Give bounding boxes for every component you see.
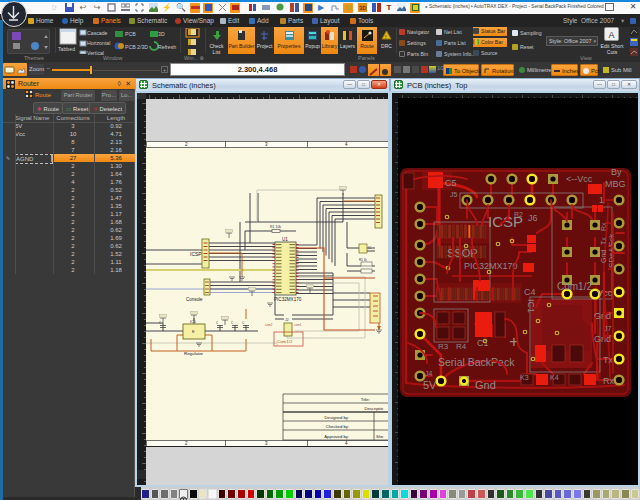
svg-text:Gnd: Gnd bbox=[594, 311, 611, 321]
svg-text:C5: C5 bbox=[445, 178, 457, 188]
svg-text:Checked by:: Checked by: bbox=[326, 424, 349, 429]
svg-text:Rx: Rx bbox=[600, 222, 607, 231]
svg-text:Console: Console bbox=[186, 297, 203, 302]
svg-text:PIC32MX170: PIC32MX170 bbox=[464, 261, 518, 271]
svg-text:Title:: Title: bbox=[361, 397, 370, 402]
svg-text:Com1/2: Com1/2 bbox=[557, 281, 592, 292]
svg-text:R3: R3 bbox=[438, 342, 449, 351]
svg-text:C1: C1 bbox=[477, 338, 489, 348]
svg-text:com2: com2 bbox=[265, 323, 273, 327]
svg-text:IC5: IC5 bbox=[190, 320, 196, 324]
svg-text:SDa&Sck: SDa&Sck bbox=[607, 233, 616, 268]
svg-text:PIC32MX170: PIC32MX170 bbox=[274, 297, 302, 302]
svg-text:By: By bbox=[611, 167, 622, 177]
svg-text:Regulator: Regulator bbox=[184, 351, 204, 356]
svg-text:Approved by:: Approved by: bbox=[324, 434, 349, 439]
svg-text:R5 1k: R5 1k bbox=[359, 258, 367, 262]
svg-text:Descriptio: Descriptio bbox=[364, 406, 383, 411]
svg-text:Gnd: Gnd bbox=[600, 250, 607, 263]
svg-text:R2: R2 bbox=[514, 211, 523, 218]
svg-text:Rx: Rx bbox=[603, 376, 614, 386]
svg-text:com1: com1 bbox=[294, 323, 302, 327]
svg-text:J2: J2 bbox=[285, 318, 289, 322]
svg-text:ICSP: ICSP bbox=[190, 251, 202, 257]
svg-text:Tx: Tx bbox=[603, 355, 613, 365]
svg-text:Com1/2: Com1/2 bbox=[277, 339, 293, 344]
svg-text:J6: J6 bbox=[528, 213, 538, 223]
svg-text:3D: 3D bbox=[359, 5, 367, 11]
svg-text:IC1: IC1 bbox=[526, 299, 536, 313]
svg-text:<--Vcc: <--Vcc bbox=[566, 174, 593, 184]
svg-text:J5: J5 bbox=[450, 191, 458, 198]
svg-text:J7: J7 bbox=[604, 325, 612, 332]
svg-text:R1 10k: R1 10k bbox=[270, 225, 281, 229]
svg-text:C4: C4 bbox=[524, 287, 536, 297]
svg-text:J4: J4 bbox=[425, 370, 433, 377]
svg-text:MBG: MBG bbox=[605, 179, 626, 189]
svg-text:Gnd: Gnd bbox=[475, 379, 496, 391]
svg-text:E: E bbox=[192, 329, 195, 334]
svg-text:K4: K4 bbox=[550, 374, 559, 381]
svg-text:U1: U1 bbox=[282, 237, 288, 242]
svg-text:K3: K3 bbox=[520, 374, 529, 381]
svg-text:Designed by:: Designed by: bbox=[325, 415, 349, 420]
svg-text:Tx: Tx bbox=[600, 237, 607, 245]
svg-text:She: She bbox=[376, 434, 384, 439]
svg-text:1: 1 bbox=[599, 195, 604, 205]
svg-text:5V: 5V bbox=[423, 379, 437, 391]
svg-text:Gnd: Gnd bbox=[594, 334, 611, 344]
svg-text:R4: R4 bbox=[456, 342, 467, 351]
